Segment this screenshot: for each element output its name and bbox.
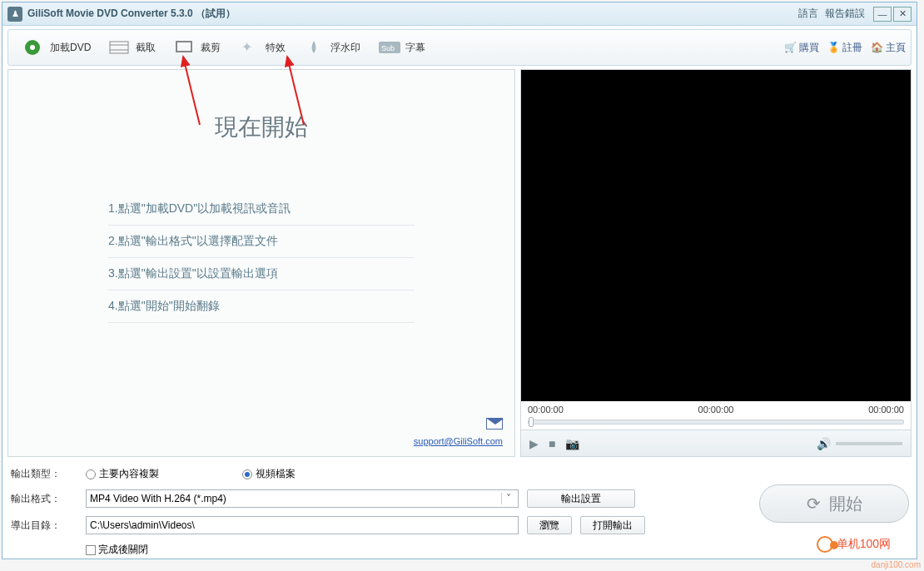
close-button[interactable]: ✕ — [893, 7, 912, 22]
cart-icon: 🛒 — [784, 42, 796, 53]
chevron-down-icon: ˅ — [501, 493, 514, 504]
support-link[interactable]: support@GiliSoft.com — [414, 436, 503, 446]
welcome-panel: 現在開始 1.點選"加載DVD"以加載視訊或音訊 2.點選"輸出格式"以選擇配置… — [7, 69, 515, 457]
buy-button[interactable]: 🛒購買 — [784, 41, 819, 55]
watermark-label: 浮水印 — [330, 41, 360, 55]
volume-slider[interactable] — [836, 442, 902, 445]
play-button[interactable]: ▶ — [529, 437, 539, 450]
mail-icon — [486, 418, 503, 429]
watermark-button[interactable]: 浮水印 — [294, 34, 369, 61]
svg-rect-3 — [110, 42, 128, 53]
clip-label: 截取 — [136, 41, 156, 55]
step-4: 4.點選"開始"開始翻錄 — [108, 290, 415, 323]
crop-button[interactable]: 裁剪 — [164, 34, 229, 61]
refresh-icon: ⟳ — [807, 494, 821, 514]
app-icon: ♟ — [7, 7, 22, 22]
svg-text:+: + — [39, 37, 44, 48]
time-current: 00:00:00 — [698, 405, 734, 415]
droplet-icon — [302, 37, 325, 57]
time-end: 00:00:00 — [868, 405, 904, 415]
output-format-combo[interactable]: MP4 Video With H.264 (*.mp4)˅ — [86, 489, 519, 508]
titlebar: ♟ GiliSoft Movie DVD Converter 5.3.0 （試用… — [2, 2, 917, 26]
svg-text:✦: ✦ — [241, 40, 252, 54]
output-settings-button[interactable]: 輸出設置 — [527, 489, 635, 508]
watermark-url: danji100.com — [872, 560, 921, 569]
language-link[interactable]: 語言 — [798, 7, 818, 21]
time-start: 00:00:00 — [528, 405, 564, 415]
step-3: 3.點選"輸出設置"以設置輸出選項 — [108, 258, 415, 290]
medal-icon: 🏅 — [827, 42, 839, 53]
output-type-label: 輸出類型： — [11, 467, 77, 481]
stop-button[interactable]: ■ — [549, 437, 555, 450]
crop-label: 裁剪 — [201, 41, 221, 55]
load-dvd-button[interactable]: + 加載DVD — [13, 34, 99, 61]
open-output-button[interactable]: 打開輸出 — [580, 516, 645, 534]
filmstrip-scissors-icon — [107, 37, 131, 57]
effect-label: 特效 — [266, 41, 286, 55]
window-title: GiliSoft Movie DVD Converter 5.3.0 （試用） — [27, 7, 236, 21]
home-icon: 🏠 — [871, 42, 882, 53]
wand-icon: ✦ — [237, 37, 261, 57]
output-format-label: 輸出格式： — [11, 492, 77, 506]
output-dest-label: 導出目錄： — [11, 519, 77, 533]
sub-icon: Sub — [377, 37, 400, 57]
volume-icon[interactable]: 🔊 — [817, 437, 831, 450]
seek-slider[interactable] — [528, 420, 904, 425]
effect-button[interactable]: ✦ 特效 — [229, 34, 294, 61]
snapshot-button[interactable]: 📷 — [565, 437, 579, 450]
report-error-link[interactable]: 報告錯誤 — [825, 7, 865, 21]
disc-plus-icon: + — [22, 37, 45, 57]
browse-button[interactable]: 瀏覽 — [527, 516, 572, 534]
subtitle-label: 字幕 — [405, 41, 425, 55]
preview-panel: 00:00:00 00:00:00 00:00:00 ▶ ■ 📷 🔊 — [520, 69, 912, 457]
svg-rect-6 — [176, 42, 191, 52]
site-logo: 单机100网 — [817, 536, 891, 553]
home-button[interactable]: 🏠主頁 — [871, 41, 906, 55]
step-2: 2.點選"輸出格式"以選擇配置文件 — [108, 226, 415, 258]
shutdown-checkbox[interactable]: 完成後關閉 — [86, 543, 148, 557]
step-1: 1.點選"加載DVD"以加載視訊或音訊 — [108, 193, 415, 226]
toolbar: + 加載DVD 截取 裁剪 ✦ 特效 浮水印 Sub 字幕 🛒購買 🏅註冊 🏠主… — [7, 29, 912, 66]
radio-main-content[interactable]: 主要內容複製 — [86, 467, 159, 481]
subtitle-button[interactable]: Sub 字幕 — [369, 34, 434, 61]
crop-icon — [172, 37, 196, 57]
radio-video-file[interactable]: 視頻檔案 — [242, 467, 296, 481]
video-preview — [521, 70, 911, 401]
svg-text:Sub: Sub — [381, 44, 395, 52]
logo-icon — [817, 536, 833, 553]
load-dvd-label: 加載DVD — [50, 41, 91, 55]
svg-point-1 — [30, 45, 35, 50]
clip-button[interactable]: 截取 — [99, 34, 164, 61]
welcome-title: 現在開始 — [8, 112, 514, 143]
start-button[interactable]: ⟳ 開始 — [759, 484, 909, 523]
output-dest-input[interactable] — [86, 516, 519, 534]
register-button[interactable]: 🏅註冊 — [827, 41, 862, 55]
minimize-button[interactable]: — — [873, 7, 892, 22]
